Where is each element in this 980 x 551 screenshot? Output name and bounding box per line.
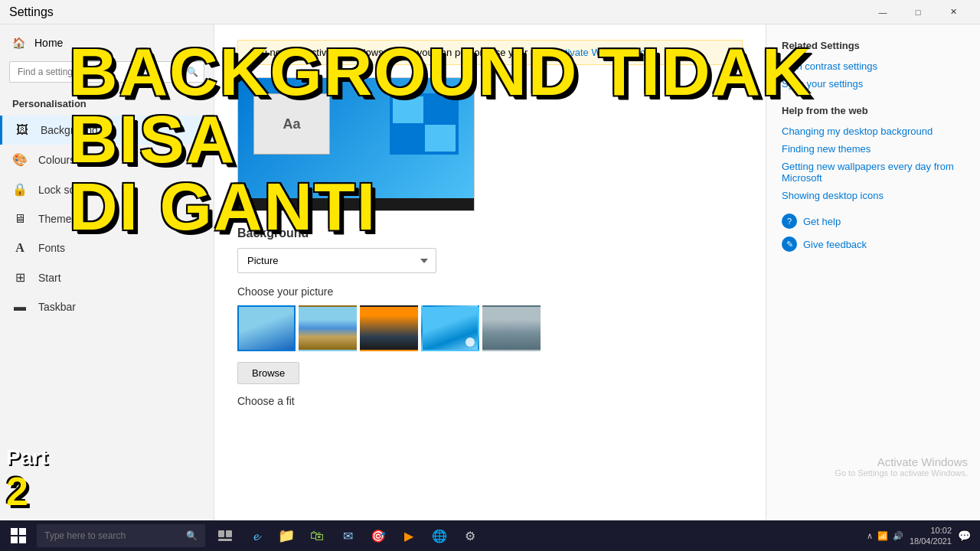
help-link-desktop-bg[interactable]: Changing my desktop background <box>782 126 965 137</box>
svg-rect-1 <box>226 530 232 537</box>
picture-thumb-1[interactable] <box>237 305 296 351</box>
sidebar-item-lock-screen[interactable]: 🔒 Lock screen <box>0 174 214 204</box>
picture-thumb-2[interactable] <box>299 305 357 351</box>
search-icon: 🔍 <box>187 67 198 77</box>
tray-chevron[interactable]: ∧ <box>867 531 873 541</box>
clock-date: 18/04/2021 <box>910 536 952 546</box>
search-input[interactable] <box>9 61 204 83</box>
background-icon: 🖼 <box>15 123 30 137</box>
taskview-icon <box>218 530 232 541</box>
activate-watermark-subtitle: Go to Settings to activate Windows. <box>835 468 968 478</box>
themes-icon: 🖥 <box>12 212 28 226</box>
mail-button[interactable]: ✉ <box>334 520 361 551</box>
sidebar-item-label-themes: Themes <box>38 213 77 225</box>
start-button[interactable] <box>3 520 34 551</box>
app6-button[interactable]: 🎯 <box>364 520 392 551</box>
sidebar-item-background[interactable]: 🖼 Background <box>0 116 214 145</box>
explorer-button[interactable]: 📁 <box>273 520 300 551</box>
desktop-preview: Aa <box>237 77 475 211</box>
right-panel: Related Settings High contrast settings … <box>766 24 980 520</box>
maximize-button[interactable]: □ <box>900 0 936 24</box>
preview-tile-2 <box>425 96 456 123</box>
activate-watermark: Activate Windows Go to Settings to activ… <box>835 455 968 478</box>
settings-window: Settings — □ ✕ 🏠 Home 🔍 Personalisation <box>0 0 980 520</box>
get-help-icon: ? <box>782 214 797 229</box>
help-link-icons[interactable]: Showing desktop icons <box>782 190 965 201</box>
chrome-button[interactable]: 🌐 <box>426 520 453 551</box>
home-icon: 🏠 <box>12 37 25 49</box>
sidebar-item-label-lock: Lock screen <box>38 184 96 196</box>
preview-tiles <box>390 93 459 155</box>
related-link-contrast[interactable]: High contrast settings <box>782 60 965 72</box>
activation-banner: You need to activate Windows before you … <box>237 40 743 65</box>
get-help-label: Get help <box>803 216 841 227</box>
sidebar-item-label-fonts: Fonts <box>38 242 65 254</box>
vlc-button[interactable]: ▶ <box>395 520 423 551</box>
taskbar-search-input[interactable] <box>44 530 183 541</box>
clock[interactable]: 10:02 18/04/2021 <box>910 525 952 547</box>
browse-button[interactable]: Browse <box>237 362 299 384</box>
activation-text: You need to activate Windows before you … <box>250 47 547 58</box>
cursor-indicator <box>466 337 475 347</box>
taskbar-search-icon: 🔍 <box>186 530 198 541</box>
content-area: 🏠 Home 🔍 Personalisation 🖼 Background 🎨 … <box>0 24 980 520</box>
choose-picture-label: Choose your picture <box>237 285 743 298</box>
store-button[interactable]: 🛍 <box>303 520 331 551</box>
windows-logo-icon <box>11 528 26 543</box>
choose-fit-label: Choose a fit <box>237 395 743 407</box>
picture-thumb-3[interactable] <box>360 305 418 351</box>
titlebar-controls: — □ ✕ <box>865 0 971 24</box>
close-button[interactable]: ✕ <box>936 0 971 24</box>
preview-tile-3 <box>393 125 423 152</box>
give-feedback-label: Give feedback <box>803 239 867 250</box>
picture-grid <box>237 305 743 351</box>
help-link-wallpapers[interactable]: Getting new wallpapers every day from Mi… <box>782 161 965 184</box>
preview-tile-1 <box>393 96 423 123</box>
picture-thumb-4[interactable] <box>421 305 479 351</box>
settings-button[interactable]: ⚙ <box>456 520 484 551</box>
taskbar-search-container[interactable]: 🔍 <box>37 524 205 547</box>
titlebar: Settings — □ ✕ <box>0 0 980 24</box>
sidebar-item-label-background: Background <box>41 124 98 136</box>
edge-button[interactable]: 𝓮 <box>242 520 270 551</box>
network-icon[interactable]: 📶 <box>877 531 888 541</box>
home-label: Home <box>34 37 63 49</box>
picture-thumb-5[interactable] <box>482 305 541 351</box>
taskbar-app-icons: 𝓮 📁 🛍 ✉ 🎯 ▶ 🌐 ⚙ <box>211 520 484 551</box>
sidebar-item-fonts[interactable]: A Fonts <box>0 233 214 262</box>
start-icon: ⊞ <box>12 270 28 285</box>
help-link-themes[interactable]: Finding new themes <box>782 143 965 155</box>
taskview-button[interactable] <box>211 520 239 551</box>
taskbar-icon: ▬ <box>12 300 28 314</box>
background-section-label: Background <box>237 227 743 240</box>
give-feedback-action[interactable]: ✎ Give feedback <box>782 236 965 252</box>
sidebar-item-start[interactable]: ⊞ Start <box>0 262 214 292</box>
related-link-sync[interactable]: Sync your settings <box>782 78 965 90</box>
sidebar-search-container: 🔍 <box>9 61 204 83</box>
background-dropdown-row: Picture Solid colour Slideshow <box>237 248 743 273</box>
preview-tile-4 <box>425 125 456 152</box>
activate-watermark-title: Activate Windows <box>835 455 968 468</box>
sidebar-item-label-taskbar: Taskbar <box>38 301 76 313</box>
svg-rect-2 <box>218 539 232 541</box>
minimize-button[interactable]: — <box>865 0 900 24</box>
activation-link[interactable]: Activate Windows now. <box>554 47 655 58</box>
sidebar-section-title: Personalisation <box>0 89 214 116</box>
notification-icon[interactable]: 💬 <box>958 530 971 542</box>
help-from-web-title: Help from the web <box>782 105 965 116</box>
sidebar-home[interactable]: 🏠 Home <box>0 31 214 55</box>
clock-time: 10:02 <box>910 525 952 536</box>
sidebar-item-themes[interactable]: 🖥 Themes <box>0 204 214 233</box>
background-type-select[interactable]: Picture Solid colour Slideshow <box>237 248 436 273</box>
main-content: You need to activate Windows before you … <box>214 24 766 520</box>
sidebar-item-colours[interactable]: 🎨 Colours <box>0 145 214 174</box>
titlebar-title: Settings <box>9 5 54 19</box>
system-tray: ∧ 📶 🔊 <box>867 531 903 541</box>
give-feedback-icon: ✎ <box>782 236 797 252</box>
preview-container: Aa <box>237 77 743 211</box>
sidebar: 🏠 Home 🔍 Personalisation 🖼 Background 🎨 … <box>0 24 214 520</box>
related-settings-title: Related Settings <box>782 40 965 51</box>
volume-icon[interactable]: 🔊 <box>893 531 903 541</box>
get-help-action[interactable]: ? Get help <box>782 214 965 229</box>
sidebar-item-taskbar[interactable]: ▬ Taskbar <box>0 292 214 321</box>
